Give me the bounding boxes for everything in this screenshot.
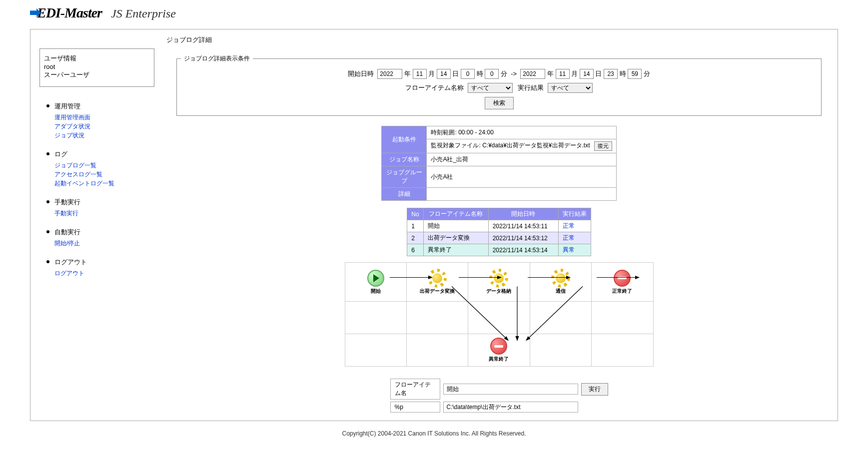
input-day-to[interactable] bbox=[580, 69, 594, 79]
flowitem-table: No フローアイテム名称 開始日時 実行結果 1開始2022/11/14 14:… bbox=[407, 208, 591, 256]
content-frame: ユーザ情報 root スーパーユーザ 運用管理運用管理画面アダプタ状況ジョブ状況… bbox=[30, 29, 838, 421]
flow-grid: 開始 出荷データ変換 データ格納 通信 正常終了 異常終了 bbox=[345, 262, 654, 367]
play-icon bbox=[367, 270, 384, 287]
nav-link-0-0[interactable]: 運用管理画面 bbox=[54, 113, 154, 122]
execute-button[interactable]: 実行 bbox=[581, 383, 608, 396]
input-hour-to[interactable] bbox=[604, 69, 618, 79]
search-row-filters: フローアイテム名称 すべて 実行結果 すべて bbox=[181, 83, 817, 93]
select-result[interactable]: すべて bbox=[548, 83, 593, 93]
user-info-box: ユーザ情報 root スーパーユーザ bbox=[39, 48, 154, 87]
label-result: 実行結果 bbox=[518, 84, 544, 91]
input-month-to[interactable] bbox=[556, 69, 570, 79]
nav-head-0: 運用管理 bbox=[54, 102, 154, 111]
job-name: 小売A社_出荷 bbox=[427, 153, 616, 166]
main: ジョブログ詳細 ジョブログ詳細表示条件 開始日時 年 月 日 時 分 -> 年 … bbox=[164, 33, 834, 417]
label-trigger-condition: 起動条件 bbox=[382, 126, 427, 153]
input-month-from[interactable] bbox=[413, 69, 427, 79]
flow-node-normal-end[interactable]: 正常終了 bbox=[612, 270, 632, 295]
flow-node-comm[interactable]: 通信 bbox=[552, 270, 569, 295]
job-info-table: 起動条件 時刻範囲: 00:00 - 24:00 監視対象ファイル: C:¥da… bbox=[381, 126, 616, 201]
footer-copyright: Copyright(C) 2004-2021 Canon IT Solution… bbox=[0, 424, 868, 443]
col-datetime: 開始日時 bbox=[488, 208, 558, 220]
nav-head-4: ログアウト bbox=[54, 258, 154, 267]
trigger-time-range: 時刻範囲: 00:00 - 24:00 bbox=[427, 126, 616, 139]
col-name: フローアイテム名称 bbox=[423, 208, 488, 220]
input-day-from[interactable] bbox=[437, 69, 451, 79]
stop-icon bbox=[490, 338, 507, 355]
nav-link-4-0[interactable]: ログアウト bbox=[54, 269, 154, 278]
flow-node-abnormal-end[interactable]: 異常終了 bbox=[489, 338, 509, 363]
label-detail: 詳細 bbox=[382, 188, 427, 201]
sun-icon bbox=[552, 270, 569, 287]
col-result: 実行結果 bbox=[558, 208, 591, 220]
label-job-group: ジョブグループ bbox=[382, 166, 427, 188]
nav: 運用管理運用管理画面アダプタ状況ジョブ状況ログジョブログ一覧アクセスログ一覧起動… bbox=[39, 102, 154, 278]
logo: EDI-Master JS Enterprise bbox=[30, 5, 838, 21]
nav-link-1-1[interactable]: アクセスログ一覧 bbox=[54, 170, 154, 179]
label-percent-p: %p bbox=[390, 402, 440, 413]
header: EDI-Master JS Enterprise bbox=[0, 0, 868, 26]
job-detail bbox=[427, 188, 616, 201]
nav-head-1: ログ bbox=[54, 150, 154, 159]
input-year-from[interactable] bbox=[377, 69, 402, 79]
user-name: root bbox=[44, 63, 150, 70]
stop-icon bbox=[614, 270, 631, 287]
label-job-name: ジョブ名称 bbox=[382, 153, 427, 166]
nav-link-0-1[interactable]: アダプタ状況 bbox=[54, 122, 154, 131]
job-group: 小売A社 bbox=[427, 166, 616, 188]
user-info-legend: ユーザ情報 bbox=[44, 54, 76, 62]
table-row: 2出荷データ変換2022/11/14 14:53:12正常 bbox=[407, 232, 591, 244]
input-percent-p[interactable] bbox=[443, 402, 578, 413]
sun-icon bbox=[490, 270, 507, 287]
user-role: スーパーユーザ bbox=[44, 70, 150, 79]
page-title: ジョブログ詳細 bbox=[166, 35, 832, 44]
input-min-from[interactable] bbox=[485, 69, 499, 79]
search-button[interactable]: 検索 bbox=[485, 97, 514, 109]
input-year-to[interactable] bbox=[520, 69, 545, 79]
flow-node-start[interactable]: 開始 bbox=[367, 270, 384, 295]
restore-button[interactable]: 復元 bbox=[594, 141, 612, 151]
label-flowitem-name: フローアイテム名称 bbox=[405, 84, 464, 91]
input-min-to[interactable] bbox=[628, 69, 642, 79]
search-criteria-box: ジョブログ詳細表示条件 開始日時 年 月 日 時 分 -> 年 月 日 時 分 … bbox=[176, 54, 822, 116]
nav-link-1-0[interactable]: ジョブログ一覧 bbox=[54, 161, 154, 170]
logo-edi-master: EDI-Master bbox=[30, 5, 102, 21]
trigger-file: 監視対象ファイル: C:¥data¥出荷データ監視¥出荷データ.txt 復元 bbox=[427, 139, 616, 153]
nav-head-3: 自動実行 bbox=[54, 228, 154, 237]
flow-node-store[interactable]: データ格納 bbox=[486, 270, 511, 295]
nav-link-2-0[interactable]: 手動実行 bbox=[54, 209, 154, 218]
arrow-range: -> bbox=[511, 70, 517, 77]
flow-diagram: 開始 出荷データ変換 データ格納 通信 正常終了 異常終了 bbox=[345, 262, 654, 367]
sidebar: ユーザ情報 root スーパーユーザ 運用管理運用管理画面アダプタ状況ジョブ状況… bbox=[34, 33, 159, 417]
result-link[interactable]: 正常 bbox=[563, 222, 575, 229]
label-flowitem-name-exec: フローアイテム名 bbox=[390, 379, 440, 400]
nav-head-2: 手動実行 bbox=[54, 198, 154, 207]
search-legend: ジョブログ詳細表示条件 bbox=[181, 54, 253, 63]
nav-link-3-0[interactable]: 開始/停止 bbox=[54, 239, 154, 248]
result-link[interactable]: 正常 bbox=[563, 234, 575, 241]
col-no: No bbox=[407, 208, 423, 220]
execute-table: フローアイテム名 実行 %p bbox=[387, 377, 611, 415]
nav-link-1-2[interactable]: 起動イベントログ一覧 bbox=[54, 179, 154, 188]
result-link[interactable]: 異常 bbox=[563, 246, 575, 253]
table-row: 1開始2022/11/14 14:53:11正常 bbox=[407, 220, 591, 232]
sun-icon bbox=[429, 270, 446, 287]
logo-js-enterprise: JS Enterprise bbox=[111, 7, 176, 20]
input-flowitem-name[interactable] bbox=[443, 384, 578, 395]
nav-link-0-2[interactable]: ジョブ状況 bbox=[54, 131, 154, 140]
input-hour-from[interactable] bbox=[461, 69, 475, 79]
select-flowitem[interactable]: すべて bbox=[468, 83, 513, 93]
search-row-date: 開始日時 年 月 日 時 分 -> 年 月 日 時 分 bbox=[181, 69, 817, 79]
table-row: 6異常終了2022/11/14 14:53:14異常 bbox=[407, 244, 591, 256]
flow-node-convert[interactable]: 出荷データ変換 bbox=[420, 270, 455, 295]
label-start-datetime: 開始日時 bbox=[348, 70, 374, 77]
